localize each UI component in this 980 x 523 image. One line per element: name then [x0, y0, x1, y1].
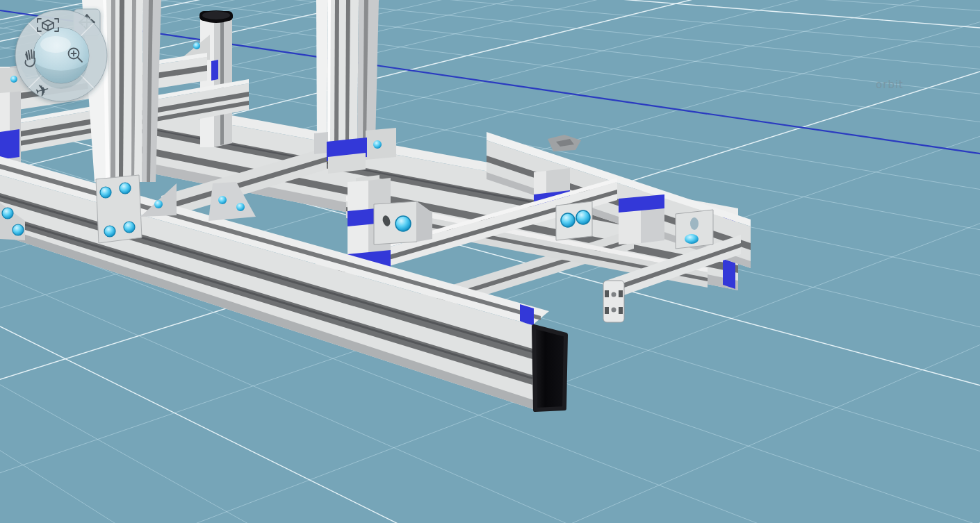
button-bolt: [104, 226, 115, 237]
button-bolt: [13, 224, 24, 235]
button-bolt: [2, 208, 13, 219]
button-bolt: [124, 222, 135, 233]
button-bolt: [395, 216, 411, 231]
bracket-oval-bolt[interactable]: [374, 201, 432, 244]
navigation-wheel[interactable]: ✈: [0, 0, 118, 118]
end-cap: [534, 326, 566, 410]
button-bolt: [100, 187, 111, 198]
stub-post-3[interactable]: [619, 194, 664, 244]
button-bolt: [236, 203, 245, 211]
button-bolt: [218, 196, 227, 204]
button-bolt: [561, 213, 575, 227]
cad-viewport[interactable]: ✈ orbit: [0, 0, 980, 523]
button-bolt: [154, 200, 163, 208]
button-bolt: [685, 234, 699, 244]
bracket-hole[interactable]: [676, 210, 713, 249]
button-bolt: [576, 210, 590, 224]
button-bolt: [120, 183, 131, 194]
base-plate-bracket: [96, 175, 142, 243]
bracket-two-bolts[interactable]: [556, 201, 592, 240]
button-bolt: [373, 140, 382, 149]
button-bolt: [193, 42, 200, 49]
viewport-3d-scene[interactable]: [0, 0, 980, 523]
gusset-bracket: [314, 132, 328, 154]
profile-end-face: [603, 281, 624, 322]
